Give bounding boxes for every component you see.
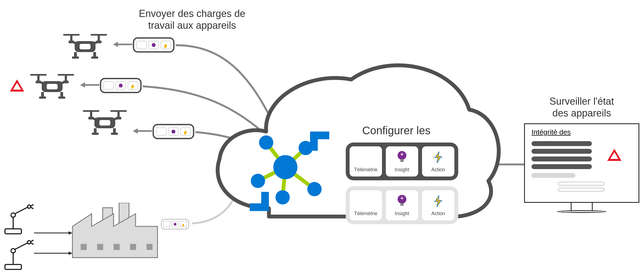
svg-rect-5	[96, 41, 102, 43]
telemetry-module-icon	[156, 127, 167, 136]
health-bar	[531, 173, 575, 178]
arrow-icon	[34, 231, 72, 235]
telemetry-label: Télémétrie	[354, 211, 377, 217]
insight-module-icon	[148, 41, 159, 49]
label-configure: Configurer les	[362, 124, 431, 137]
warning-icon	[10, 79, 24, 92]
svg-marker-88	[69, 252, 72, 255]
insight-module-icon	[171, 221, 179, 227]
action-module-icon	[128, 81, 138, 90]
svg-marker-81	[69, 231, 72, 235]
svg-rect-24	[41, 92, 44, 97]
monitor-icon: Intégrité des	[524, 123, 639, 217]
health-bar	[531, 156, 592, 161]
label-send-workloads: Envoyer des charges de travail aux appar…	[132, 8, 252, 31]
svg-point-54	[251, 174, 265, 188]
svg-line-85	[15, 243, 28, 249]
robot-arm-icon	[2, 238, 35, 271]
action-module-icon	[180, 127, 191, 136]
insight-card: Insight	[386, 190, 418, 220]
workload-module	[161, 219, 189, 230]
action-module-icon	[180, 221, 187, 227]
svg-rect-58	[400, 159, 404, 162]
svg-rect-82	[5, 264, 21, 269]
svg-rect-20	[63, 81, 69, 83]
arrow-icon	[133, 128, 152, 134]
lightbulb-icon	[396, 194, 408, 208]
svg-rect-11	[72, 56, 79, 59]
action-module-icon	[161, 41, 171, 49]
svg-rect-39	[94, 128, 97, 133]
telemetry-label: Télémétrie	[354, 167, 377, 173]
svg-rect-26	[39, 96, 46, 99]
svg-marker-69	[72, 214, 158, 258]
svg-rect-42	[111, 133, 118, 135]
svg-rect-40	[113, 128, 116, 133]
workload-module	[153, 124, 194, 139]
svg-point-56	[307, 182, 322, 196]
svg-rect-71	[97, 244, 103, 250]
svg-rect-17	[37, 76, 40, 81]
svg-rect-27	[58, 96, 65, 99]
svg-rect-41	[92, 133, 99, 135]
config-panel-template: Télémétrie Insight ‹ › Action	[346, 186, 458, 224]
arrow-icon	[80, 82, 99, 88]
drone-icon	[77, 107, 132, 137]
svg-rect-4	[69, 41, 74, 43]
svg-rect-34	[88, 117, 94, 119]
svg-marker-59	[435, 152, 441, 163]
svg-rect-8	[80, 44, 91, 49]
action-label: Action	[431, 167, 445, 173]
arrow-icon	[113, 41, 132, 48]
lightbulb-icon	[396, 150, 408, 164]
svg-rect-16	[58, 74, 74, 76]
svg-text:›: ›	[441, 155, 443, 160]
insight-card: Insight	[386, 146, 418, 176]
svg-text:›: ›	[441, 199, 443, 203]
svg-rect-33	[117, 112, 120, 117]
svg-rect-10	[93, 52, 96, 57]
svg-point-55	[275, 190, 290, 204]
svg-marker-44	[133, 128, 138, 134]
svg-rect-2	[70, 36, 72, 41]
svg-rect-63	[400, 203, 404, 206]
svg-rect-70	[81, 244, 87, 250]
telemetry-card: Télémétrie	[350, 146, 382, 176]
svg-rect-31	[110, 110, 127, 112]
action-label: Action	[431, 211, 445, 217]
robot-arm-icon	[2, 203, 35, 236]
svg-rect-0	[63, 34, 80, 36]
monitor-panel-title: Intégrité des	[531, 128, 571, 136]
svg-marker-14	[113, 42, 118, 47]
insight-label: Insight	[395, 211, 409, 217]
drone-icon	[58, 31, 113, 61]
svg-point-53	[299, 141, 313, 155]
svg-text:‹: ‹	[434, 199, 435, 203]
svg-marker-64	[435, 195, 441, 207]
telemetry-module-icon	[103, 81, 114, 90]
svg-point-86	[27, 241, 31, 244]
svg-text:‹: ‹	[434, 155, 435, 160]
health-bar	[558, 188, 604, 192]
health-bar	[558, 182, 604, 186]
health-bar	[531, 141, 592, 146]
svg-rect-74	[147, 244, 153, 250]
insight-module-icon	[168, 127, 179, 136]
svg-rect-38	[99, 120, 110, 126]
bolt-icon: ‹ ›	[432, 194, 444, 208]
svg-rect-73	[130, 244, 136, 250]
label-monitor-health: Surveiller l'état des appareils	[532, 95, 631, 119]
warning-icon	[607, 149, 621, 161]
svg-rect-15	[30, 74, 47, 76]
svg-rect-75	[5, 229, 21, 234]
action-card: ‹ › Action	[422, 190, 454, 220]
workload-module	[100, 78, 142, 93]
svg-rect-3	[98, 36, 100, 41]
action-card: ‹ › Action	[422, 146, 454, 176]
svg-rect-1	[91, 34, 107, 36]
svg-point-79	[27, 205, 31, 208]
insight-module-icon	[116, 81, 126, 90]
telemetry-module-icon	[163, 221, 170, 227]
health-bar	[531, 164, 592, 169]
config-panel-deployed: Télémétrie Insight ‹ › Action	[346, 143, 458, 180]
